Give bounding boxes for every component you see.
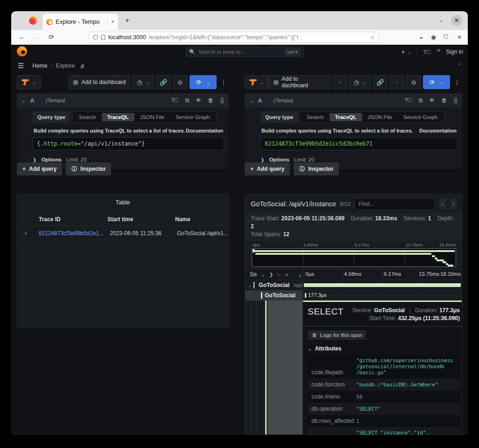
column-start-time[interactable]: Start time	[106, 216, 174, 223]
back-icon[interactable]: ←	[19, 33, 25, 41]
query-help-icon[interactable]: ?⃝	[171, 97, 179, 104]
inspector-button[interactable]: ⓘInspector	[66, 162, 111, 175]
remove-query-icon[interactable]: 🗑	[208, 97, 213, 104]
more-options-icon[interactable]: ⋮	[218, 78, 229, 86]
menu-icon[interactable]: ≡	[458, 34, 461, 41]
sign-in-button[interactable]: Sign in	[446, 49, 463, 55]
inspector-button[interactable]: ⓘInspector	[294, 162, 339, 175]
span-row-selected[interactable]: GoToSocial 177.3μs	[245, 290, 462, 301]
documentation-link[interactable]: Documentation	[186, 128, 223, 133]
datasource-picker[interactable]: ⌄	[245, 75, 268, 89]
duplicate-query-icon[interactable]: ⧉	[185, 97, 190, 104]
firefox-icon[interactable]	[29, 16, 37, 25]
browser-tab[interactable]: Explore - Tempo ×	[42, 13, 119, 30]
sync-timepicker-button[interactable]: 🔗	[373, 75, 387, 89]
url-field[interactable]: localhost:3000/explore?orgId=1&left={"da…	[89, 32, 379, 43]
mega-menu-icon[interactable]: ☰	[18, 62, 24, 70]
trace-id-link[interactable]: 82124873cf3e99b5d2e1...	[39, 230, 104, 237]
datasource-picker[interactable]: ⌄	[17, 75, 41, 89]
span-row-root[interactable]: ⌄ GoToSocial /api/	[245, 280, 462, 290]
pocket-icon[interactable]: ◒	[419, 34, 423, 41]
account-icon[interactable]: ◉	[431, 34, 436, 41]
zoom-out-button[interactable]: ⊝	[406, 75, 421, 89]
drag-handle-icon[interactable]: ⣿	[220, 97, 224, 104]
zoom-out-button[interactable]: ⊝	[173, 75, 188, 89]
global-search[interactable]: 🔍 ctrl+k	[186, 47, 303, 57]
query-help-icon[interactable]: ?⃝	[405, 97, 412, 104]
query-type-service-graph[interactable]: Service Graph	[170, 113, 216, 121]
span-duration-bar[interactable]	[304, 283, 461, 287]
column-resize-handle[interactable]: ‖	[299, 274, 301, 279]
add-to-dashboard-button[interactable]: ⊞ Add to dashboard	[69, 75, 131, 89]
query-type-search[interactable]: Search	[301, 113, 329, 121]
documentation-link[interactable]: Documentation	[419, 128, 457, 133]
time-range-picker[interactable]: ◷ ⌄	[132, 75, 154, 89]
new-tab-button[interactable]: +	[125, 17, 129, 24]
traceql-query-input[interactable]: {.http.route = "/api/v1/instance"}	[33, 137, 224, 150]
sync-timepicker-button[interactable]: 🔗	[156, 75, 171, 89]
chevron-down-icon: ⌄	[362, 80, 366, 85]
collapse-chevron-icon[interactable]: ⌄	[21, 98, 25, 103]
collapse-chevron-icon[interactable]: ⌄	[248, 283, 252, 288]
bookmark-star-icon[interactable]: ☆	[370, 34, 375, 41]
find-input[interactable]	[354, 198, 435, 210]
minimap-viewport[interactable]	[252, 248, 456, 267]
query-type-traceql[interactable]: TraceQL	[102, 113, 134, 121]
column-trace-id[interactable]: Trace ID	[39, 216, 106, 223]
search-input[interactable]	[198, 49, 282, 55]
breadcrumb-home[interactable]: Home	[32, 63, 47, 69]
query-type-service-graph[interactable]: Service Graph	[398, 113, 444, 121]
grafana-logo-icon[interactable]	[17, 46, 27, 56]
collapse-all-icon[interactable]: ⫶⌄	[277, 272, 281, 277]
help-icon[interactable]: ?⃝	[423, 49, 431, 56]
collapse-nav-chevron-icon[interactable]: ⌃	[457, 63, 461, 69]
news-icon[interactable]: 𝄢	[437, 48, 440, 56]
share-icon[interactable]: ⋬	[80, 63, 84, 69]
query-type-traceql[interactable]: TraceQL	[330, 113, 362, 121]
reload-icon[interactable]: ⟳	[49, 33, 54, 41]
remove-query-icon[interactable]: 🗑	[441, 97, 447, 104]
more-options-icon[interactable]: ⋮	[452, 78, 462, 86]
collapse-chevron-icon[interactable]: ⌄	[249, 98, 253, 103]
tab-close-icon[interactable]: ×	[107, 19, 114, 25]
tab-list-chevron-icon[interactable]: ⌄	[439, 17, 444, 23]
page-info-icon[interactable]	[101, 35, 106, 40]
query-row-header[interactable]: ⌄ A (Tempo) ?⃝ ⧉ 👁 🗑 ⣿	[245, 93, 462, 107]
add-query-button[interactable]: +Add query	[17, 162, 62, 175]
new-menu-button[interactable]: +⌄	[401, 48, 411, 56]
extensions-icon[interactable]: ⛉	[444, 34, 448, 41]
traceql-query-input[interactable]: 82124873cf3e99b5d2e1cc5d2bc0eb71	[261, 137, 458, 150]
query-type-json-file[interactable]: JSON File	[134, 113, 170, 121]
query-ref-id: A	[258, 97, 262, 104]
attributes-collapse[interactable]: ⌄ Attributes	[308, 345, 462, 352]
find-prev-button[interactable]: ↑	[450, 198, 457, 210]
span-duration-bar[interactable]	[305, 293, 306, 298]
trace-minimap[interactable]: 0μs 4.58ms 9.17ms 13.75ms 18.33ms	[252, 242, 456, 267]
run-query-button[interactable]: ⟳ ⌄	[423, 75, 450, 89]
time-range-picker[interactable]: ◷ ⌄	[349, 75, 371, 89]
query-type-json-file[interactable]: JSON File	[362, 113, 398, 121]
find-next-button[interactable]: ↓	[439, 198, 446, 210]
shield-permissions-icon[interactable]	[93, 35, 98, 40]
row-expander-icon[interactable]: ›	[17, 230, 39, 237]
breadcrumb-explore[interactable]: Explore	[56, 63, 75, 69]
disable-query-icon[interactable]: 👁	[429, 97, 435, 104]
chevron-right-icon[interactable]: ❯	[269, 272, 273, 277]
query-row-header[interactable]: ⌄ A (Tempo) ?⃝ ⧉ 👁 🗑 ⣿	[17, 93, 229, 107]
query-type-search[interactable]: Search	[73, 113, 101, 121]
table-row[interactable]: › 82124873cf3e99b5d2e1... 2023-06-05 11:…	[17, 225, 228, 241]
window-close-button[interactable]: ✕	[451, 15, 462, 26]
add-to-dashboard-button[interactable]: ⊞ Add to dashboard	[268, 75, 330, 89]
drag-handle-icon[interactable]: ⣿	[453, 97, 458, 104]
expand-all-icon[interactable]: »	[285, 272, 288, 277]
chevron-down-icon[interactable]: ⌄	[261, 272, 265, 277]
duplicate-query-icon[interactable]: ⧉	[419, 97, 423, 104]
disable-query-icon[interactable]: 👁	[196, 97, 201, 104]
logs-for-span-button[interactable]: 🗎 Logs for this span	[308, 330, 366, 340]
add-query-button[interactable]: +Add query	[245, 162, 290, 175]
run-query-button[interactable]: ⟳ ⌄	[190, 75, 217, 89]
column-name[interactable]: Name	[174, 216, 228, 223]
time-shift-back-button[interactable]: ‹	[332, 75, 347, 89]
service-operation-header[interactable]: Se	[250, 271, 257, 278]
time-shift-forward-button[interactable]: ›	[389, 75, 404, 89]
